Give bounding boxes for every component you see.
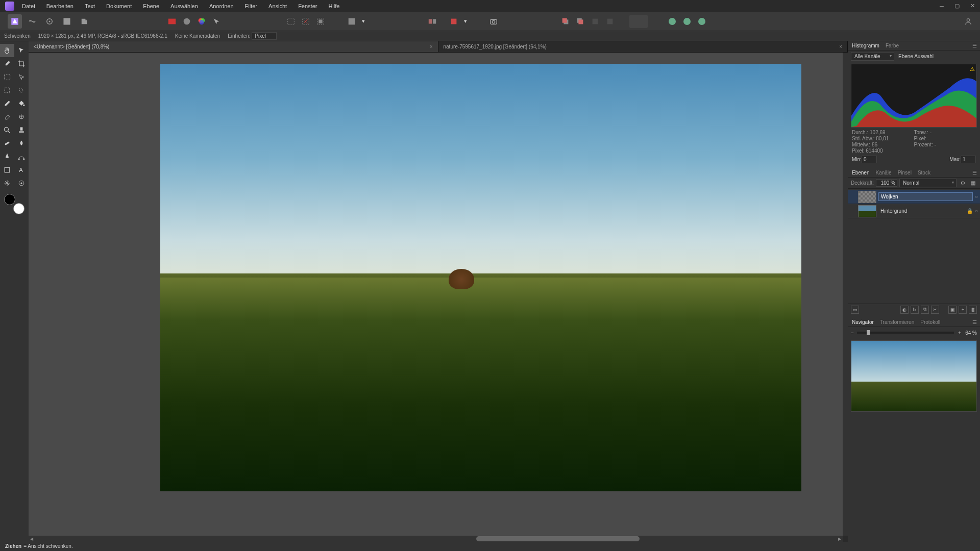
- persona-photo-icon[interactable]: [8, 14, 22, 29]
- fill-tool-icon[interactable]: [14, 97, 29, 110]
- text-tool-icon[interactable]: A: [14, 163, 29, 177]
- max-input[interactable]: [961, 156, 976, 163]
- layer-name-input[interactable]: [878, 192, 973, 201]
- window-minimize-button[interactable]: ─: [934, 0, 949, 12]
- menu-edit[interactable]: Bearbeiten: [46, 3, 74, 9]
- scroll-left-icon[interactable]: ◀: [29, 536, 35, 542]
- marquee-tool-icon[interactable]: [0, 84, 14, 97]
- menu-filter[interactable]: Filter: [245, 3, 257, 9]
- tab-layers[interactable]: Ebenen: [852, 170, 869, 176]
- target-tool-icon[interactable]: [14, 177, 29, 190]
- persona-liquify-icon[interactable]: [25, 14, 39, 29]
- visibility-toggle-icon[interactable]: [850, 208, 856, 214]
- histo-selection-link[interactable]: Auswahl: [914, 54, 934, 59]
- document-canvas[interactable]: [160, 64, 801, 491]
- blend-mode-select[interactable]: Normal: [899, 179, 957, 187]
- menu-text[interactable]: Text: [85, 3, 95, 9]
- selection-red-icon[interactable]: [165, 15, 179, 28]
- menu-help[interactable]: Hilfe: [328, 3, 339, 9]
- group-button[interactable]: ▣: [948, 306, 957, 314]
- fill-color-icon[interactable]: [13, 203, 24, 214]
- opacity-input[interactable]: [876, 179, 897, 187]
- arrange-red-icon[interactable]: [447, 15, 460, 28]
- pen-tool-icon[interactable]: [0, 150, 14, 163]
- menu-file[interactable]: Datei: [22, 3, 35, 9]
- tab-stock[interactable]: Stock: [918, 170, 930, 176]
- menu-arrange[interactable]: Anordnen: [209, 3, 234, 9]
- visibility-toggle-icon[interactable]: [850, 194, 856, 200]
- crop-layer-button[interactable]: ✂: [931, 306, 939, 314]
- stack-front-icon[interactable]: [559, 15, 572, 28]
- histo-layer-link[interactable]: Ebene: [898, 54, 913, 59]
- scroll-right-icon[interactable]: ▶: [837, 536, 843, 542]
- mask-button[interactable]: ▭: [851, 306, 859, 314]
- navigator-thumbnail[interactable]: [851, 340, 977, 412]
- panel-menu-icon[interactable]: ☰: [972, 43, 977, 48]
- layer-row[interactable]: ○: [848, 190, 980, 204]
- marquee-cancel-icon[interactable]: [299, 15, 312, 28]
- quicklook-icon[interactable]: [345, 15, 358, 28]
- arrange-dropdown-icon[interactable]: ▾: [462, 15, 469, 28]
- zoom-slider[interactable]: [857, 332, 954, 334]
- camera-icon[interactable]: [487, 15, 500, 28]
- stack-grey1-icon[interactable]: [589, 15, 602, 28]
- document-tab-2[interactable]: nature-7595617_1920.jpg [Geändert] (64,1…: [438, 41, 848, 52]
- menu-layer[interactable]: Ebene: [143, 3, 159, 9]
- selection-rgb-icon[interactable]: [195, 15, 208, 28]
- persona-tonemap-icon[interactable]: [60, 14, 74, 29]
- globe-back-icon[interactable]: [666, 15, 679, 28]
- heal-tool-icon[interactable]: [0, 137, 14, 150]
- horizontal-scrollbar[interactable]: ◀ ▶: [29, 536, 843, 542]
- close-icon[interactable]: ×: [839, 44, 842, 49]
- lock-icon[interactable]: 🔒: [967, 208, 973, 214]
- layer-check-icon[interactable]: ○: [975, 208, 978, 214]
- tab-channels[interactable]: Kanäle: [875, 170, 891, 176]
- menu-window[interactable]: Fenster: [298, 3, 317, 9]
- stroke-color-icon[interactable]: [4, 194, 15, 205]
- add-layer-button[interactable]: ＋: [959, 306, 967, 314]
- document-tab-1[interactable]: <Unbenannt> [Geändert] (70,8%) ×: [29, 41, 438, 52]
- layer-fx-icon[interactable]: ▦: [969, 179, 977, 187]
- persona-develop-icon[interactable]: [42, 14, 57, 29]
- quicklook-dropdown-icon[interactable]: ▾: [360, 15, 367, 28]
- units-select[interactable]: Pixel: [252, 32, 277, 40]
- panel-menu-icon[interactable]: ☰: [972, 170, 977, 176]
- assistant-toggle[interactable]: [629, 15, 648, 28]
- zoom-out-button[interactable]: −: [851, 330, 854, 336]
- flood-select-tool-icon[interactable]: [14, 70, 29, 84]
- marquee-crop-icon[interactable]: [314, 15, 327, 28]
- menu-view[interactable]: Ansicht: [268, 3, 287, 9]
- tab-color[interactable]: Farbe: [886, 43, 899, 48]
- scroll-thumb[interactable]: [476, 536, 640, 541]
- move-tool-icon[interactable]: [14, 44, 29, 57]
- tab-transform[interactable]: Transformieren: [880, 319, 914, 325]
- delete-layer-button[interactable]: 🗑: [969, 306, 977, 314]
- globe-mid-icon[interactable]: [680, 15, 694, 28]
- zoom-tool-icon[interactable]: [0, 123, 14, 137]
- stack-grey2-icon[interactable]: [603, 15, 617, 28]
- tab-history[interactable]: Protokoll: [920, 319, 940, 325]
- min-input[interactable]: [862, 156, 877, 163]
- color-swatch[interactable]: [4, 194, 24, 214]
- blur-tool-icon[interactable]: [14, 137, 29, 150]
- close-icon[interactable]: ×: [430, 44, 433, 49]
- arrange-h-icon[interactable]: [426, 15, 439, 28]
- vertical-scrollbar[interactable]: [843, 53, 848, 536]
- zoom-in-button[interactable]: ＋: [957, 329, 962, 336]
- window-close-button[interactable]: ✕: [965, 0, 980, 12]
- menu-document[interactable]: Dokument: [106, 3, 132, 9]
- freehand-select-tool-icon[interactable]: [14, 84, 29, 97]
- selection-brush-tool-icon[interactable]: [0, 70, 14, 84]
- persona-export-icon[interactable]: [77, 14, 91, 29]
- mesh-tool-icon[interactable]: [0, 177, 14, 190]
- layer-gear-icon[interactable]: ⚙: [959, 179, 967, 187]
- menu-select[interactable]: Auswählen: [170, 3, 198, 9]
- window-maximize-button[interactable]: ▢: [949, 0, 965, 12]
- stamp-tool-icon[interactable]: [14, 123, 29, 137]
- globe-front-icon[interactable]: [695, 15, 708, 28]
- adjust-button[interactable]: ◐: [900, 306, 909, 314]
- tab-histogram[interactable]: Histogramm: [852, 43, 879, 48]
- clone-tool-icon[interactable]: [14, 110, 29, 123]
- marquee-new-icon[interactable]: [284, 15, 298, 28]
- brush-tool-icon[interactable]: [0, 97, 14, 110]
